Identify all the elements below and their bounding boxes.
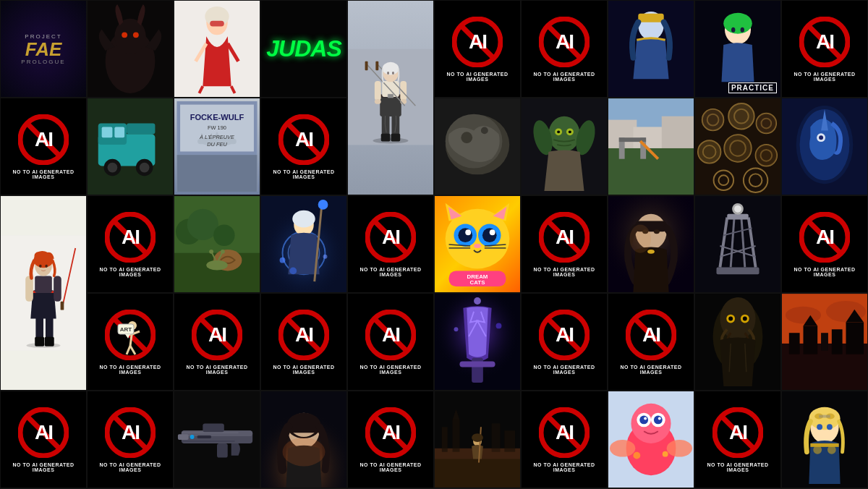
ruins-artwork <box>782 293 867 391</box>
no-ai-cell-r4c8[interactable]: AI NO TO AI GENERATED IMAGES <box>608 293 694 391</box>
project-fae-cell[interactable]: PROJECT FAE PROLOGUE <box>0 0 87 98</box>
gallery-grid: PROJECT FAE PROLOGUE <box>0 0 868 489</box>
no-ai-cell-r4c5[interactable]: AI NO TO AI GENERATED IMAGES <box>347 293 434 391</box>
no-ai-cell-r5c7[interactable]: AI NO TO AI GENERATED IMAGES <box>521 391 608 488</box>
no-art-cell[interactable]: ART NO TO AI GENERATED IMAGES <box>87 293 174 391</box>
no-ai-label-3: NO TO AI GENERATED IMAGES <box>782 72 867 82</box>
redhead-warrior-cell[interactable] <box>0 195 87 391</box>
warrior-woman-artwork <box>348 0 433 195</box>
no-ai-badge-r5c2: AI <box>105 407 156 458</box>
svg-point-78 <box>481 127 488 134</box>
svg-rect-292 <box>492 423 501 451</box>
svg-point-46 <box>741 27 744 33</box>
no-ai-cell-2[interactable]: AI NO TO AI GENERATED IMAGES <box>521 0 608 98</box>
tower-scaffold-cell[interactable] <box>694 195 781 293</box>
practice-artwork <box>699 0 777 93</box>
practice-text: PRACTICE <box>728 82 777 93</box>
no-ai-cell-r5c5[interactable]: AI NO TO AI GENERATED IMAGES <box>347 391 434 488</box>
svg-point-31 <box>383 62 399 75</box>
svg-point-307 <box>633 452 640 459</box>
svg-point-210 <box>734 205 741 213</box>
futuristic-gun-artwork <box>174 391 260 488</box>
svg-rect-34 <box>388 94 393 98</box>
toy-robot-artwork <box>608 391 694 488</box>
redhead-warrior-artwork <box>1 195 86 391</box>
no-ai-cell-r5c1[interactable]: AI NO TO AI GENERATED IMAGES <box>0 391 87 488</box>
blue-knight-cell[interactable] <box>608 0 694 98</box>
magic-wizard-cell[interactable] <box>260 195 347 293</box>
donut-texture-cell[interactable] <box>694 98 781 195</box>
dark-woman-portrait-cell[interactable] <box>608 195 694 293</box>
no-ai-cell-r2c1[interactable]: AI NO TO AI GENERATED IMAGES <box>0 98 87 195</box>
no-ai-cell-1[interactable]: AI NO TO AI GENERATED IMAGES <box>434 0 521 98</box>
judas-title: JUDAS <box>266 35 341 62</box>
no-ai-label-r3c5: NO TO AI GENERATED IMAGES <box>348 267 433 277</box>
dream-cats-cell[interactable]: DREAM CATS <box>434 195 521 293</box>
futuristic-gun-cell[interactable] <box>174 391 260 488</box>
no-ai-label-r5c5: NO TO AI GENERATED IMAGES <box>348 462 433 472</box>
practice-cell[interactable]: PRACTICE <box>694 0 781 98</box>
svg-rect-55 <box>114 127 124 137</box>
blue-knight-artwork <box>608 0 694 98</box>
anime-girl-cell[interactable] <box>174 0 260 98</box>
nature-snail-cell[interactable] <box>174 195 260 293</box>
no-art-icon: ART <box>105 310 156 360</box>
no-ai-cell-r3c2[interactable]: AI NO TO AI GENERATED IMAGES <box>87 195 174 293</box>
svg-rect-273 <box>178 434 189 440</box>
truck-art-cell[interactable] <box>87 98 174 195</box>
no-ai-badge-r4c5: AI <box>365 310 416 360</box>
small-warrior-cell[interactable] <box>434 391 521 488</box>
no-ai-label-r4c4: NO TO AI GENERATED IMAGES <box>261 365 346 375</box>
no-ai-cell-r3c7[interactable]: AI NO TO AI GENERATED IMAGES <box>521 195 608 293</box>
svg-point-181 <box>474 244 481 248</box>
no-ai-cell-r5c9[interactable]: AI NO TO AI GENERATED IMAGES <box>694 391 781 488</box>
demon-art-cell[interactable] <box>87 0 174 98</box>
no-ai-cell-r5c2[interactable]: AI NO TO AI GENERATED IMAGES <box>87 391 174 488</box>
blue-horse-cell[interactable] <box>781 98 868 195</box>
no-ai-badge-r5c7: AI <box>539 407 590 458</box>
no-ai-cell-r4c3[interactable]: AI NO TO AI GENERATED IMAGES <box>174 293 260 391</box>
yoda-cell[interactable] <box>521 98 608 195</box>
truck-artwork <box>88 98 173 195</box>
svg-point-44 <box>723 13 752 34</box>
toy-robot-cell[interactable] <box>608 391 694 488</box>
svg-rect-314 <box>810 443 838 447</box>
svg-rect-261 <box>821 333 828 351</box>
ruins-landscape-cell[interactable] <box>781 293 868 391</box>
no-ai-cell-r4c4[interactable]: AI NO TO AI GENERATED IMAGES <box>260 293 347 391</box>
focke-wulf-cell[interactable]: FOCKE-WULF FW 190 À L'ÉPREUVE DU FEU <box>174 98 260 195</box>
no-ai-badge-r5c1: AI <box>18 407 69 458</box>
no-ai-cell-r3c5[interactable]: AI NO TO AI GENERATED IMAGES <box>347 195 434 293</box>
svg-point-155 <box>221 250 225 254</box>
rock-artwork <box>435 98 520 195</box>
no-ai-cell-r3c10[interactable]: AI NO TO AI GENERATED IMAGES <box>781 195 868 293</box>
svg-point-313 <box>809 407 840 430</box>
svg-text:ART: ART <box>120 326 132 333</box>
svg-point-315 <box>813 446 822 454</box>
svg-point-299 <box>610 440 635 457</box>
svg-rect-258 <box>832 329 843 354</box>
playground-cell[interactable] <box>608 98 694 195</box>
judas-cell[interactable]: JUDAS <box>260 0 347 98</box>
lightning-weapon-cell[interactable] <box>434 293 521 391</box>
svg-point-125 <box>796 106 854 184</box>
dark-creature-cell[interactable] <box>694 293 781 391</box>
rock-art-cell[interactable] <box>434 98 521 195</box>
yoda-artwork <box>522 98 607 195</box>
no-ai-badge-r5c5: AI <box>365 407 416 458</box>
no-ai-cell-3[interactable]: AI NO TO AI GENERATED IMAGES <box>781 0 868 98</box>
svg-rect-130 <box>35 337 44 346</box>
svg-rect-17 <box>381 134 391 142</box>
svg-text:DU FEU: DU FEU <box>207 141 227 148</box>
svg-point-195 <box>647 250 655 254</box>
no-art-label: NO TO AI GENERATED IMAGES <box>88 365 173 375</box>
warrior-woman-cell[interactable] <box>347 0 434 195</box>
no-ai-cell-r2c4[interactable]: AI NO TO AI GENERATED IMAGES <box>260 98 347 195</box>
no-ai-label-r5c1: NO TO AI GENERATED IMAGES <box>1 462 86 472</box>
svg-point-246 <box>728 317 733 321</box>
no-art-badge: ART <box>105 310 156 360</box>
no-ai-cell-r4c7[interactable]: AI NO TO AI GENERATED IMAGES <box>521 293 608 391</box>
atmospheric-woman-cell[interactable] <box>260 391 347 488</box>
steampunk-anime-cell[interactable] <box>781 391 868 488</box>
svg-point-198 <box>630 224 652 252</box>
